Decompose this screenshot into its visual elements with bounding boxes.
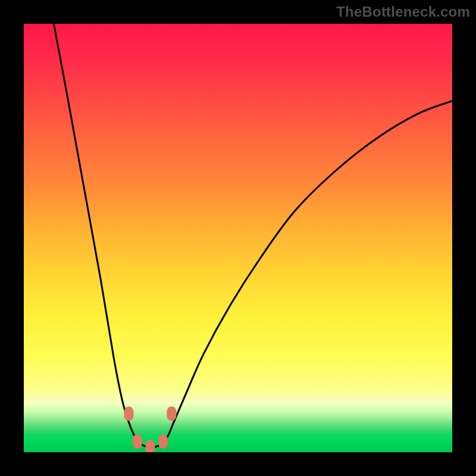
curve-marker	[133, 434, 142, 449]
bottleneck-curve	[24, 24, 452, 452]
curve-marker	[145, 440, 155, 452]
curve-marker	[158, 434, 168, 449]
curve-path	[54, 24, 452, 447]
curve-marker	[124, 406, 133, 421]
curve-marker	[167, 406, 176, 421]
watermark-text: TheBottleneck.com	[336, 4, 470, 20]
chart-frame: TheBottleneck.com	[0, 0, 476, 476]
plot-area	[24, 24, 452, 452]
